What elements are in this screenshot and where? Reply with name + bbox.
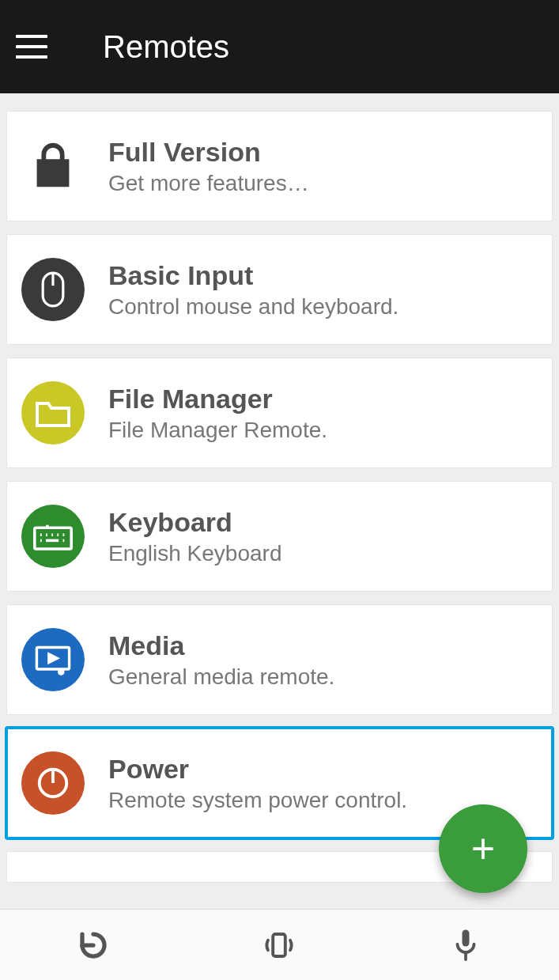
svg-rect-18 [463,929,470,946]
item-title: Full Version [108,137,309,168]
item-title: Media [108,630,334,661]
remotes-list: Full Version Get more features… Basic In… [0,111,559,883]
svg-rect-2 [35,528,71,549]
list-item-media[interactable]: Media General media remote. [6,604,553,715]
svg-marker-13 [49,654,57,662]
item-title: Basic Input [108,260,398,291]
page-title: Remotes [103,29,229,65]
item-subtitle: Remote system power control. [108,788,407,813]
list-item-basic-input[interactable]: Basic Input Control mouse and keyboard. [6,234,553,345]
bottom-bar [0,909,559,980]
item-title: File Manager [108,384,327,414]
item-title: Power [108,754,407,785]
mouse-icon [21,258,85,321]
item-subtitle: General media remote. [108,664,334,690]
vibrate-icon[interactable] [259,925,299,965]
mic-icon[interactable] [446,925,485,965]
keyboard-icon [21,505,85,568]
item-subtitle: File Manager Remote. [108,418,327,443]
item-title: Keyboard [108,507,281,538]
lock-icon [21,134,85,198]
folder-icon [21,381,85,445]
item-subtitle: Control mouse and keyboard. [108,294,398,320]
list-item-file-manager[interactable]: File Manager File Manager Remote. [6,358,553,468]
list-item-full-version[interactable]: Full Version Get more features… [6,111,553,221]
hamburger-icon[interactable] [16,35,47,59]
plus-icon: + [471,825,495,872]
add-button[interactable]: + [439,804,527,893]
refresh-icon[interactable] [74,925,113,965]
item-subtitle: Get more features… [108,171,309,196]
item-subtitle: English Keyboard [108,541,281,566]
svg-rect-17 [274,933,286,955]
media-icon [21,628,85,691]
list-item-keyboard[interactable]: Keyboard English Keyboard [6,481,553,592]
app-bar: Remotes [0,0,559,93]
power-icon [21,751,85,815]
svg-point-14 [59,670,63,674]
